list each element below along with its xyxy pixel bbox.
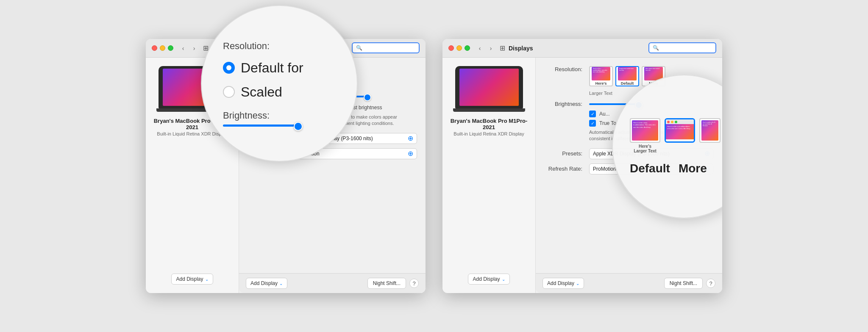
right-macbook-base [453, 108, 525, 112]
left-bottom-chevron-icon: ⌄ [279, 281, 283, 286]
right-auto-brightness-label: Au... [599, 111, 610, 117]
right-bottom-add-display-label: Add Display [547, 280, 574, 286]
right-mag-thumb3[interactable]: Here's trouble rules. A can quo them. A … [699, 118, 721, 143]
right-bottom-bar: Add Display ⌄ Night Shift... ? [536, 273, 722, 293]
right-bottom-add-display-button[interactable]: Add Display ⌄ [542, 278, 584, 289]
right-add-display-label: Add Display [473, 276, 500, 282]
left-mag-brightness-section: Brightness: [223, 110, 299, 127]
left-device-sub: Built-in Liquid Retina XDR Display [157, 131, 227, 136]
left-window: ‹ › ⊞ Displays 🔍 Bry [146, 39, 426, 293]
right-mag-default-label: Default [630, 162, 670, 175]
right-traffic-lights [448, 45, 470, 51]
right-window: ‹ › ⊞ Displays 🔍 Bry [442, 39, 722, 293]
right-mag-thumb2-screen: Here's to the cr troublemakers. ones who… [666, 124, 694, 139]
left-help-button[interactable]: ? [409, 279, 419, 288]
right-mag-thumb3-screen: Here's trouble rules. A can quo them. A … [701, 120, 718, 141]
right-window-title: Displays [509, 45, 533, 52]
right-help-button[interactable]: ? [706, 279, 715, 288]
left-mag-radio-group: Default for Scaled [223, 60, 303, 100]
right-thumb2-text: Default view content here text flow [619, 68, 635, 72]
left-mag-radio-default[interactable]: Default for [223, 60, 303, 76]
right-window-body: Bryan's MacBook Pro M1Pro-2021 Built-in … [442, 58, 722, 293]
right-device-sub: Built-in Liquid Retina XDR Display [453, 131, 524, 136]
right-magnifier: Here's to the crazy troublemakers. The o… [612, 75, 722, 219]
left-mag-radio-default-circle[interactable] [223, 62, 235, 74]
right-nav-buttons: ‹ › [475, 44, 495, 53]
left-nav-buttons: ‹ › [178, 44, 199, 53]
right-mag-thumb1-label: Here's [639, 144, 651, 149]
right-mag-thumb2-tl-green [675, 121, 677, 123]
right-bottom-chevron-icon: ⌄ [576, 281, 579, 286]
right-mag-thumb2-tl-yellow [671, 121, 673, 123]
left-add-display-label: Add Display [176, 276, 203, 282]
right-mag-thumb2-tl-red [667, 121, 670, 123]
right-thumb1-label: Here's [595, 81, 606, 86]
right-main-content: Resolution: Here's to the c troublemaker… [536, 58, 722, 293]
right-mag-thumb2-text: Here's to the cr troublemakers. ones who… [667, 125, 693, 130]
right-mag-more-label: More [679, 162, 707, 175]
left-add-display-button[interactable]: Add Display ⌄ [171, 274, 213, 285]
left-forward-button[interactable]: › [189, 44, 199, 53]
right-mag-thumb1-text: Here's to the crazy troublemakers. The o… [633, 122, 657, 129]
right-mag-large-labels: Default More [630, 162, 707, 175]
right-macbook-screen [459, 69, 519, 106]
right-res-thumb-default[interactable]: Default view content here text flow Defa… [615, 66, 639, 86]
right-brightness-label: Brightness: [544, 101, 582, 107]
right-titlebar: ‹ › ⊞ Displays 🔍 [442, 39, 722, 58]
right-resolution-label: Resolution: [544, 66, 582, 72]
left-magnifier: Resolution: Default for Scaled Brightnes… [201, 5, 358, 162]
right-maximize-button[interactable] [465, 45, 470, 51]
right-add-display-chevron-icon: ⌄ [502, 277, 505, 282]
right-mag-thumbnails: Here's to the crazy troublemakers. The o… [630, 118, 721, 153]
right-res-thumb-larger-text[interactable]: Here's to the c troublemakers. ones who … [589, 66, 613, 86]
left-night-shift-button[interactable]: Night Shift... [367, 278, 406, 289]
left-mag-radio-scaled[interactable]: Scaled [223, 84, 303, 100]
right-back-button[interactable]: ‹ [475, 44, 484, 53]
left-add-display-chevron-icon: ⌄ [205, 277, 209, 282]
right-presets-label: Presets: [544, 150, 582, 157]
left-mag-scaled-label: Scaled [241, 84, 282, 100]
right-device-image [455, 66, 523, 113]
left-mag-brightness-label: Brightness: [223, 110, 299, 121]
right-minimize-button[interactable] [456, 45, 462, 51]
right-refresh-label: Refresh Rate: [544, 166, 582, 172]
right-search-bar[interactable]: 🔍 [648, 42, 716, 53]
right-grid-icon[interactable]: ⊞ [500, 44, 505, 52]
left-bottom-bar: Add Display ⌄ Night Shift... ? [239, 273, 426, 293]
right-mag-thumb1[interactable]: Here's to the crazy troublemakers. The o… [630, 118, 660, 143]
right-true-tone-checkbox[interactable] [589, 120, 596, 127]
left-back-button[interactable]: ‹ [178, 44, 188, 53]
right-macbook-body [455, 66, 523, 108]
left-maximize-button[interactable] [168, 45, 173, 51]
right-forward-button[interactable]: › [486, 44, 495, 53]
right-thumb3-text: More space view content here text [645, 68, 662, 72]
right-mag-thumb1-container: Here's to the crazy troublemakers. The o… [630, 118, 660, 153]
left-refresh-arrow-icon: ⊕ [408, 149, 413, 158]
left-minimize-button[interactable] [160, 45, 165, 51]
right-device-name: Bryan's MacBook Pro M1Pro-2021 [449, 118, 529, 130]
right-auto-brightness-checkbox[interactable] [589, 111, 596, 117]
left-mag-radio-scaled-circle[interactable] [223, 86, 235, 98]
right-mag-thumb1-screen: Here's to the crazy troublemakers. The o… [632, 120, 658, 141]
right-night-shift-button[interactable]: Night Shift... [664, 278, 703, 289]
right-add-display-button[interactable]: Add Display ⌄ [468, 274, 509, 285]
left-mag-default-label: Default for [241, 60, 303, 76]
left-bottom-add-display-button[interactable]: Add Display ⌄ [246, 278, 287, 289]
left-mag-brightness-slider[interactable] [223, 125, 299, 127]
right-refresh-value: ProMotion [593, 166, 616, 172]
left-bottom-add-display-label: Add Display [250, 280, 278, 286]
right-search-placeholder: 🔍 [653, 45, 659, 51]
screenshots-container: ‹ › ⊞ Displays 🔍 Bry [0, 0, 868, 332]
right-mag-thumb2[interactable]: Here's to the cr troublemakers. ones who… [665, 118, 695, 143]
right-mag-thumb3-text: Here's trouble rules. A can quo them. A … [703, 122, 717, 127]
left-presets-arrow-icon: ⊕ [408, 134, 413, 142]
right-thumb1-text: Here's to the c troublemakers. ones who … [593, 68, 609, 73]
left-traffic-lights [152, 45, 173, 51]
left-close-button[interactable] [152, 45, 157, 51]
right-close-button[interactable] [448, 45, 454, 51]
right-mag-thumb3-container: Here's trouble rules. A can quo them. A … [699, 118, 721, 153]
left-search-bar[interactable]: 🔍 [352, 42, 420, 53]
right-mag-thumb1-sublabel: Larger Text [634, 149, 657, 153]
right-mag-thumb2-container: Here's to the cr troublemakers. ones who… [665, 118, 695, 153]
right-thumb2-label: Default [621, 81, 634, 86]
